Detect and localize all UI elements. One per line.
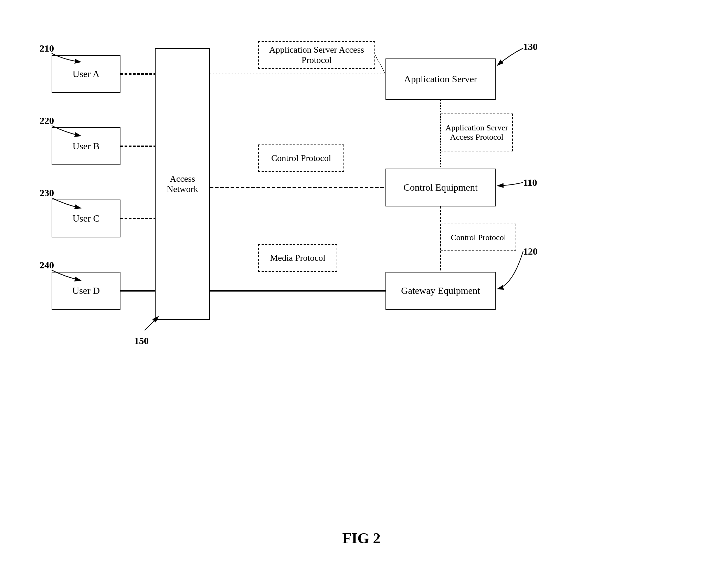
access-network-label: AccessNetwork — [167, 174, 198, 194]
access-network-box: AccessNetwork — [155, 48, 210, 320]
asap-top-box: Application Server Access Protocol — [258, 41, 375, 69]
ref-130: 130 — [523, 41, 538, 52]
application-server-label: Application Server — [404, 74, 477, 85]
ref-150: 150 — [134, 335, 149, 346]
figure-label-text: FIG 2 — [342, 530, 380, 547]
control-protocol-mid-label: Control Protocol — [271, 153, 331, 163]
user-a-box: User A — [52, 55, 120, 93]
user-b-label: User B — [73, 141, 100, 152]
application-server-box: Application Server — [385, 58, 496, 100]
user-a-label: User A — [73, 68, 100, 79]
media-protocol-label: Media Protocol — [270, 253, 325, 263]
connections-svg — [21, 21, 702, 554]
user-b-box: User B — [52, 127, 120, 165]
asap-top-label: Application Server Access Protocol — [259, 45, 374, 65]
asap-right-box: Application ServerAccess Protocol — [441, 114, 513, 151]
ref-110: 110 — [523, 177, 537, 188]
user-c-label: User C — [73, 213, 100, 224]
control-equipment-label: Control Equipment — [403, 182, 477, 193]
control-equipment-box: Control Equipment — [385, 169, 496, 206]
gateway-equipment-label: Gateway Equipment — [401, 285, 480, 296]
ref-240: 240 — [40, 260, 54, 271]
diagram-container: User A User B User C User D AccessNetwor… — [21, 21, 702, 554]
user-d-box: User D — [52, 272, 120, 310]
asap-right-label: Application ServerAccess Protocol — [445, 123, 508, 142]
ref-220: 220 — [40, 115, 54, 126]
gateway-equipment-box: Gateway Equipment — [385, 272, 496, 310]
ref-230: 230 — [40, 188, 54, 199]
media-protocol-box: Media Protocol — [258, 244, 337, 272]
control-protocol-right-box: Control Protocol — [441, 224, 516, 251]
control-protocol-right-label: Control Protocol — [451, 233, 506, 242]
ref-210: 210 — [40, 43, 54, 54]
user-c-box: User C — [52, 200, 120, 237]
control-protocol-mid-box: Control Protocol — [258, 145, 344, 172]
ref-120: 120 — [523, 246, 538, 257]
figure-label: FIG 2 — [342, 530, 380, 547]
svg-line-8 — [375, 55, 385, 74]
user-d-label: User D — [72, 285, 100, 296]
